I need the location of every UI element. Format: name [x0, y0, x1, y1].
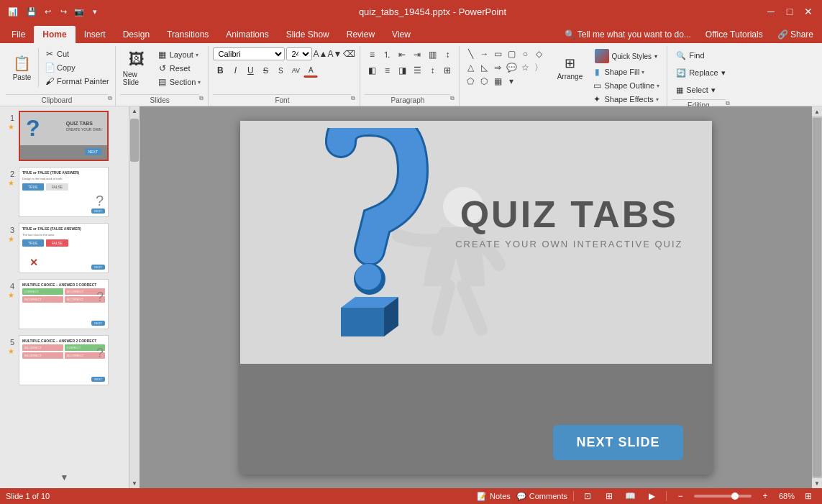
zoom-in-button[interactable]: + — [757, 490, 773, 503]
notes-button[interactable]: 📝 Notes — [477, 492, 511, 501]
strikethrough-button[interactable]: S — [258, 63, 273, 78]
bullets-button[interactable]: ≡ — [365, 47, 379, 62]
slide-thumb-1[interactable]: 1 ★ ? QUIZ TABSCREATE YOUR OWN NEXT — [3, 109, 126, 162]
underline-button[interactable]: U — [243, 63, 257, 78]
tab-home[interactable]: Home — [34, 26, 75, 43]
align-center-button[interactable]: ≡ — [380, 63, 394, 78]
qa-dropdown-button[interactable]: ▾ — [88, 4, 102, 19]
comments-button[interactable]: 💬 Comments — [516, 492, 567, 501]
shape-chevron[interactable]: 〉 — [532, 61, 545, 74]
tell-me-button[interactable]: 🔍 Tell me what you want to do... — [559, 27, 697, 42]
shape-callout[interactable]: 💬 — [505, 61, 518, 74]
shape-diamond[interactable]: ◇ — [532, 47, 545, 60]
scroll-down-button[interactable]: ▼ — [812, 478, 822, 488]
reset-button[interactable]: ↺ Reset — [155, 62, 204, 75]
columns-button[interactable]: ▥ — [425, 47, 439, 62]
office-tutorials-button[interactable]: Office Tutorials — [700, 27, 769, 42]
paste-button[interactable]: 📋 Paste — [6, 47, 39, 88]
align-left-button[interactable]: ◧ — [365, 63, 379, 78]
shape-more-arrow[interactable]: ⇒ — [491, 61, 504, 74]
cut-button[interactable]: ✂ Cut — [42, 47, 112, 60]
tab-slideshow[interactable]: Slide Show — [278, 26, 338, 43]
shape-rt-tri[interactable]: ◺ — [478, 61, 490, 74]
panel-scroll-down-btn[interactable]: ▼ — [130, 479, 139, 488]
select-button[interactable]: ▦ Select ▾ — [672, 82, 729, 98]
tab-insert[interactable]: Insert — [76, 26, 114, 43]
paragraph-expand-icon[interactable]: ⧉ — [450, 95, 455, 102]
share-button[interactable]: 🔗 Share — [772, 27, 819, 42]
slide-img-3[interactable]: TRUE or FALSE (FALSE ANSWER) The sun ris… — [19, 223, 109, 273]
quick-styles-button[interactable]: Quick Styles ▾ — [589, 47, 662, 65]
clipboard-expand-icon[interactable]: ⧉ — [108, 95, 112, 102]
shape-outline-button[interactable]: ▭ Shape Outline ▾ — [589, 79, 662, 92]
zoom-slider[interactable] — [694, 495, 752, 498]
save-button[interactable]: 💾 — [24, 4, 39, 19]
shape-star[interactable]: ☆ — [519, 61, 531, 74]
shape-frame[interactable]: ▦ — [491, 75, 504, 88]
minimize-button[interactable]: ─ — [763, 4, 779, 19]
tab-view[interactable]: View — [383, 26, 419, 43]
font-expand-icon[interactable]: ⧉ — [351, 95, 355, 102]
font-size-select[interactable]: 24 — [286, 47, 312, 60]
font-color-button[interactable]: A — [303, 63, 318, 78]
bold-button[interactable]: B — [213, 63, 227, 78]
slide-img-1[interactable]: ? QUIZ TABSCREATE YOUR OWN NEXT — [19, 111, 109, 161]
shape-rounded-rect[interactable]: ▢ — [505, 47, 518, 60]
shape-dropdown[interactable]: ▾ — [505, 75, 518, 88]
shape-line[interactable]: ╲ — [464, 47, 477, 60]
find-button[interactable]: 🔍 Find — [672, 47, 729, 63]
panel-scroll-up-button[interactable]: ▲ — [130, 106, 139, 116]
slides-expand-icon[interactable]: ⧉ — [199, 95, 204, 102]
text-direction-button[interactable]: ↕ — [440, 47, 455, 62]
fit-slide-button[interactable]: ⊞ — [800, 490, 816, 503]
slideshow-button[interactable]: ▶ — [644, 490, 660, 503]
slide-img-4[interactable]: MULTIPLE CHOICE – ANSWER 1 CORRECT CORRE… — [19, 279, 109, 329]
shape-triangle[interactable]: △ — [464, 61, 477, 74]
new-slide-button[interactable]: 🖼 New Slide — [120, 47, 153, 89]
slide-thumb-4[interactable]: 4 ★ MULTIPLE CHOICE – ANSWER 1 CORRECT C… — [3, 278, 126, 331]
slide-thumb-5[interactable]: 5 ★ MULTIPLE CHOICE – ANSWER 2 CORRECT I… — [3, 334, 126, 387]
zoom-slider-thumb[interactable] — [731, 492, 739, 500]
section-button[interactable]: ▤ Section ▾ — [155, 75, 204, 88]
screenshot-button[interactable]: 📷 — [72, 4, 86, 19]
layout-button[interactable]: ▦ Layout ▾ — [155, 48, 204, 61]
tab-transitions[interactable]: Transitions — [158, 26, 217, 43]
shape-arrow[interactable]: → — [478, 47, 490, 60]
font-name-select[interactable]: Calibri — [213, 47, 285, 60]
redo-button[interactable]: ↪ — [56, 4, 70, 19]
line-spacing-button[interactable]: ↕ — [425, 63, 439, 78]
justify-button[interactable]: ☰ — [410, 63, 424, 78]
slide-img-5[interactable]: MULTIPLE CHOICE – ANSWER 2 CORRECT INCOR… — [19, 335, 109, 385]
scroll-up-button[interactable]: ▲ — [812, 106, 822, 116]
shape-rect[interactable]: ▭ — [491, 47, 504, 60]
numbering-button[interactable]: ⒈ — [380, 47, 394, 62]
smart-art-button[interactable]: ⊞ — [440, 63, 455, 78]
tab-design[interactable]: Design — [114, 26, 158, 43]
increase-indent-button[interactable]: ⇥ — [410, 47, 424, 62]
slide-sorter-button[interactable]: ⊞ — [601, 490, 617, 503]
scroll-thumb[interactable] — [813, 118, 821, 477]
slide-img-2[interactable]: TRUE or FALSE (TRUE ANSWER) Design is th… — [19, 167, 109, 217]
replace-button[interactable]: 🔄 Replace ▾ — [672, 65, 729, 81]
close-button[interactable]: ✕ — [800, 4, 816, 19]
next-slide-button[interactable]: NEXT SLIDE — [553, 425, 682, 460]
restore-button[interactable]: □ — [782, 4, 798, 19]
shape-hex[interactable]: ⬡ — [478, 75, 490, 88]
tab-file[interactable]: File — [3, 26, 34, 43]
align-right-button[interactable]: ◨ — [395, 63, 409, 78]
char-spacing-button[interactable]: AV — [288, 63, 303, 78]
tab-animations[interactable]: Animations — [217, 26, 277, 43]
clear-formatting-button[interactable]: ⌫ — [342, 47, 355, 60]
shape-fill-button[interactable]: ▮ Shape Fill ▾ — [589, 65, 662, 78]
normal-view-button[interactable]: ⊡ — [580, 490, 595, 503]
slide-panel[interactable]: 1 ★ ? QUIZ TABSCREATE YOUR OWN NEXT 2 ★ … — [0, 106, 129, 488]
slide-canvas[interactable]: QUIZ TABS CREATE YOUR OWN INTERACTIVE QU… — [240, 121, 712, 475]
panel-scroll-down-button[interactable]: ▼ — [60, 472, 69, 482]
format-painter-button[interactable]: 🖌 Format Painter — [42, 75, 112, 88]
italic-button[interactable]: I — [228, 63, 242, 78]
shadow-button[interactable]: S — [273, 63, 288, 78]
undo-button[interactable]: ↩ — [40, 4, 55, 19]
shape-effects-button[interactable]: ✦ Shape Effects ▾ — [589, 93, 662, 106]
panel-scroll-thumb[interactable] — [130, 119, 139, 162]
slide-thumb-2[interactable]: 2 ★ TRUE or FALSE (TRUE ANSWER) Design i… — [3, 165, 126, 219]
